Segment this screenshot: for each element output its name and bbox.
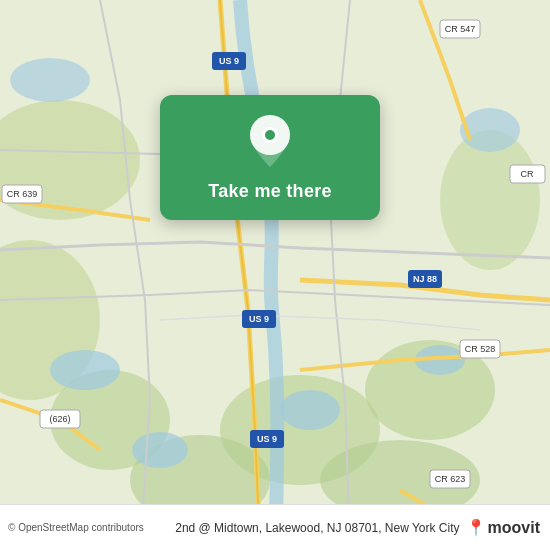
svg-text:CR 528: CR 528 xyxy=(465,344,496,354)
svg-text:US 9: US 9 xyxy=(257,434,277,444)
map-attribution: © OpenStreetMap contributors xyxy=(8,522,144,533)
svg-point-10 xyxy=(132,432,188,468)
address-moovit-section: 2nd @ Midtown, Lakewood, NJ 08701, New Y… xyxy=(175,518,540,537)
take-me-there-button[interactable]: Take me there xyxy=(208,179,332,204)
svg-text:CR 639: CR 639 xyxy=(7,189,38,199)
svg-text:(626): (626) xyxy=(49,414,70,424)
moovit-pin: 📍 xyxy=(466,518,486,537)
svg-text:US 9: US 9 xyxy=(219,56,239,66)
svg-text:CR 547: CR 547 xyxy=(445,24,476,34)
svg-text:US 9: US 9 xyxy=(249,314,269,324)
map-container: US 9 US 9 US 9 NJ 88 CR 547 CR 639 CR 52… xyxy=(0,0,550,550)
svg-text:CR: CR xyxy=(521,169,534,179)
location-card: Take me there xyxy=(160,95,380,220)
svg-point-37 xyxy=(265,130,275,140)
svg-point-13 xyxy=(460,108,520,152)
svg-text:NJ 88: NJ 88 xyxy=(413,274,437,284)
address-text: 2nd @ Midtown, Lakewood, NJ 08701, New Y… xyxy=(175,521,459,535)
svg-point-9 xyxy=(50,350,120,390)
map-pin-icon xyxy=(246,113,294,169)
svg-point-11 xyxy=(280,390,340,430)
bottom-bar: © OpenStreetMap contributors 2nd @ Midto… xyxy=(0,504,550,550)
pin-icon-wrapper xyxy=(242,113,298,169)
map-background: US 9 US 9 US 9 NJ 88 CR 547 CR 639 CR 52… xyxy=(0,0,550,550)
moovit-logo: 📍 moovit xyxy=(466,518,540,537)
svg-point-14 xyxy=(10,58,90,102)
svg-text:CR 623: CR 623 xyxy=(435,474,466,484)
moovit-text: moovit xyxy=(488,519,540,537)
